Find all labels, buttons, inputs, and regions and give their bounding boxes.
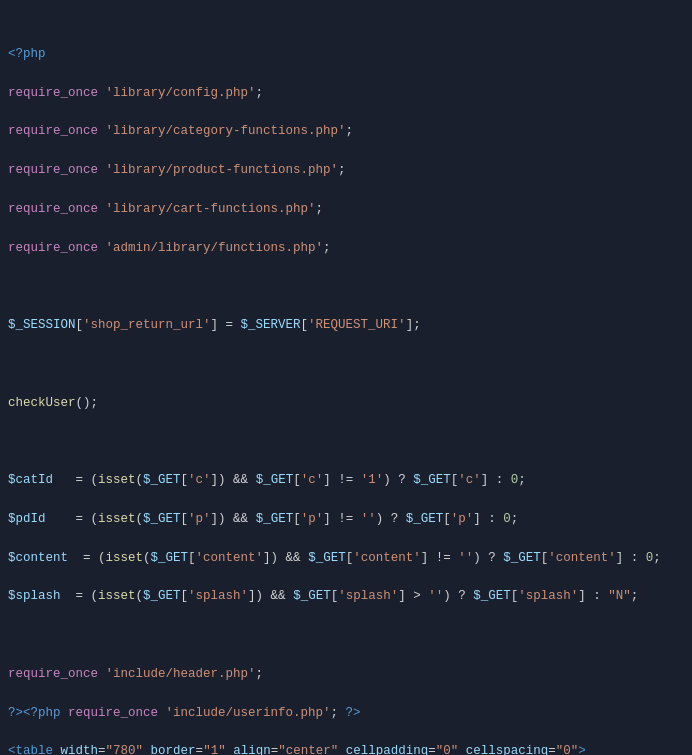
- code-editor: <?php require_once 'library/config.php';…: [0, 0, 692, 755]
- line-8: $_SESSION['shop_return_url'] = $_SERVER[…: [8, 316, 684, 335]
- line-13: $pdId = (isset($_GET['p']) && $_GET['p']…: [8, 510, 684, 529]
- line-12: $catId = (isset($_GET['c']) && $_GET['c'…: [8, 471, 684, 490]
- line-10: checkUser();: [8, 394, 684, 413]
- line-18: ?><?php require_once 'include/userinfo.p…: [8, 704, 684, 723]
- line-19: <table width="780" border="1" align="cen…: [8, 742, 684, 755]
- line-11: [8, 432, 684, 451]
- line-4: require_once 'library/product-functions.…: [8, 161, 684, 180]
- line-17: require_once 'include/header.php';: [8, 665, 684, 684]
- line-9: [8, 355, 684, 374]
- line-6: require_once 'admin/library/functions.ph…: [8, 239, 684, 258]
- line-15: $splash = (isset($_GET['splash']) && $_G…: [8, 587, 684, 606]
- line-3: require_once 'library/category-functions…: [8, 122, 684, 141]
- line-14: $content = (isset($_GET['content']) && $…: [8, 549, 684, 568]
- line-2: require_once 'library/config.php';: [8, 84, 684, 103]
- line-7: [8, 277, 684, 296]
- line-5: require_once 'library/cart-functions.php…: [8, 200, 684, 219]
- line-1: <?php: [8, 45, 684, 64]
- line-16: [8, 626, 684, 645]
